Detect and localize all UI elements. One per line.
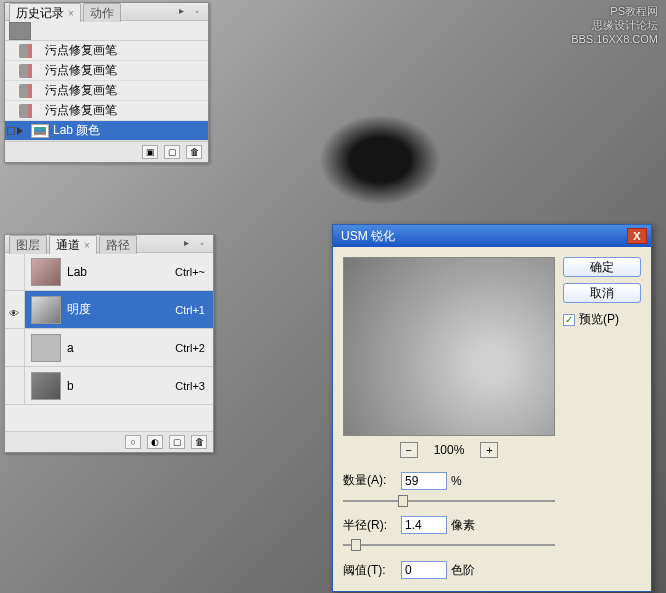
visibility-toggle[interactable]: [8, 343, 22, 353]
zoom-out-button[interactable]: −: [400, 442, 418, 458]
tab-layers[interactable]: 图层: [9, 235, 47, 254]
amount-slider[interactable]: [343, 494, 555, 507]
channel-name: a: [67, 341, 74, 355]
watermark: PS教程网 思缘设计论坛 BBS.16XX8.COM: [571, 4, 658, 46]
channel-row-lab[interactable]: Lab Ctrl+~: [5, 253, 213, 291]
visibility-toggle[interactable]: [8, 305, 22, 315]
history-marker-icon: [7, 127, 23, 135]
channels-panel-header: 图层 通道× 路径 ▸ ◦: [5, 235, 213, 253]
filter-preview[interactable]: [343, 257, 555, 436]
panel-menu-icon[interactable]: ▸: [174, 5, 188, 19]
history-item[interactable]: 污点修复画笔: [5, 81, 208, 101]
new-snapshot-button[interactable]: ▣: [142, 145, 158, 159]
zoom-in-button[interactable]: +: [480, 442, 498, 458]
radius-input[interactable]: [401, 516, 447, 534]
history-item[interactable]: 污点修复画笔: [5, 61, 208, 81]
radius-unit: 像素: [451, 517, 475, 534]
channel-row-lightness[interactable]: 明度 Ctrl+1: [5, 291, 213, 329]
dialog-title: USM 锐化: [337, 228, 627, 245]
document-thumb: [9, 22, 31, 40]
tab-paths[interactable]: 路径: [99, 235, 137, 254]
preview-checkbox[interactable]: ✓: [563, 314, 575, 326]
channel-shortcut: Ctrl+3: [175, 380, 205, 392]
channel-row-b[interactable]: b Ctrl+3: [5, 367, 213, 405]
history-list: 污点修复画笔 污点修复画笔 污点修复画笔 污点修复画笔 Lab 颜色: [5, 41, 208, 141]
zoom-level: 100%: [434, 443, 465, 457]
channel-shortcut: Ctrl+1: [175, 304, 205, 316]
tab-history[interactable]: 历史记录×: [9, 3, 81, 22]
visibility-toggle[interactable]: [8, 267, 22, 277]
radius-slider[interactable]: [343, 538, 555, 551]
close-icon[interactable]: ×: [68, 8, 74, 19]
channel-thumb: [31, 372, 61, 400]
channels-footer: ○ ◐ ▢ 🗑: [5, 431, 213, 452]
radius-label: 半径(R):: [343, 517, 397, 534]
tab-channels[interactable]: 通道×: [49, 235, 97, 254]
channel-shortcut: Ctrl+~: [175, 266, 205, 278]
new-document-button[interactable]: ▢: [164, 145, 180, 159]
channels-panel: 图层 通道× 路径 ▸ ◦ Lab Ctrl+~ 明度 Ctrl+1 a Ctr…: [4, 234, 214, 453]
spot-heal-brush-icon: [19, 44, 41, 58]
channel-row-a[interactable]: a Ctrl+2: [5, 329, 213, 367]
history-item[interactable]: 污点修复画笔: [5, 101, 208, 121]
history-item[interactable]: 污点修复画笔: [5, 41, 208, 61]
watermark-line2: BBS.16XX8.COM: [571, 32, 658, 46]
close-button[interactable]: X: [627, 228, 647, 244]
panel-menu-icon[interactable]: ▸: [179, 237, 193, 251]
amount-input[interactable]: [401, 472, 447, 490]
watermark-line1: 思缘设计论坛: [571, 18, 658, 32]
spot-heal-brush-icon: [19, 104, 41, 118]
spot-heal-brush-icon: [19, 84, 41, 98]
channel-name: b: [67, 379, 74, 393]
watermark-corner: PS教程网: [571, 4, 658, 18]
history-item-selected[interactable]: Lab 颜色: [5, 121, 208, 141]
dialog-title-bar[interactable]: USM 锐化 X: [333, 225, 651, 247]
history-source-row[interactable]: [5, 21, 208, 41]
spot-heal-brush-icon: [19, 64, 41, 78]
save-selection-button[interactable]: ◐: [147, 435, 163, 449]
panel-collapse-icon[interactable]: ◦: [190, 6, 204, 17]
channel-thumb: [31, 296, 61, 324]
channel-name: Lab: [67, 265, 87, 279]
threshold-unit: 色阶: [451, 562, 475, 579]
usm-sharpen-dialog: USM 锐化 X − 100% + 数量(A): % 半径(R): 像素: [332, 224, 652, 592]
threshold-label: 阈值(T):: [343, 562, 397, 579]
panel-collapse-icon[interactable]: ◦: [195, 238, 209, 249]
tab-actions[interactable]: 动作: [83, 3, 121, 22]
channel-thumb: [31, 334, 61, 362]
threshold-input[interactable]: [401, 561, 447, 579]
history-footer: ▣ ▢ 🗑: [5, 141, 208, 162]
new-channel-button[interactable]: ▢: [169, 435, 185, 449]
cancel-button[interactable]: 取消: [563, 283, 641, 303]
delete-channel-button[interactable]: 🗑: [191, 435, 207, 449]
ok-button[interactable]: 确定: [563, 257, 641, 277]
amount-unit: %: [451, 474, 462, 488]
delete-button[interactable]: 🗑: [186, 145, 202, 159]
amount-label: 数量(A):: [343, 472, 397, 489]
channel-thumb: [31, 258, 61, 286]
history-panel: 历史记录× 动作 ▸ ◦ 污点修复画笔 污点修复画笔 污点修复画笔 污点修复画笔…: [4, 2, 209, 163]
channel-name: 明度: [67, 301, 91, 318]
load-selection-button[interactable]: ○: [125, 435, 141, 449]
channel-shortcut: Ctrl+2: [175, 342, 205, 354]
preview-label: 预览(P): [579, 311, 619, 328]
visibility-toggle[interactable]: [8, 381, 22, 391]
mode-change-icon: [31, 124, 49, 138]
history-panel-header: 历史记录× 动作 ▸ ◦: [5, 3, 208, 21]
close-icon[interactable]: ×: [84, 240, 90, 251]
